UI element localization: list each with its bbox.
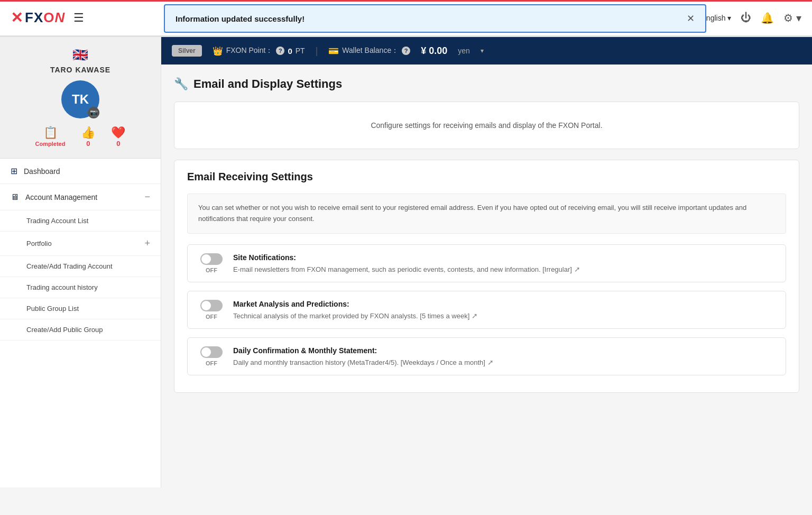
sidebar: 🇬🇧 TARO KAWASE TK 📷 📋 Completed 👍 0 ❤️ 0	[0, 37, 161, 488]
sidebar-item-trading-account-list[interactable]: Trading Account List	[0, 210, 161, 232]
likes-count: 0	[81, 140, 95, 148]
page-header: 🔧 Email and Display Settings	[174, 77, 799, 91]
account-management-icon: 🖥	[11, 192, 19, 202]
completed-label: Completed	[35, 141, 66, 147]
setting-market-analysis-content: Market Analysis and Predictions: Technic…	[233, 300, 775, 320]
settings-icon: 🔧	[174, 77, 188, 91]
description-text: Configure settings for receiving emails …	[187, 113, 786, 138]
setting-daily-confirmation: OFF Daily Confirmation & Monthly Stateme…	[187, 337, 786, 375]
stat-likes: 👍 0	[81, 126, 95, 148]
wallet-currency: ¥ 0.00	[421, 45, 447, 57]
setting-daily-confirmation-content: Daily Confirmation & Monthly Statement: …	[233, 346, 775, 366]
sidebar-item-create-public-group[interactable]: Create/Add Public Group	[0, 319, 161, 341]
avatar-initials: TK	[72, 92, 89, 107]
email-info-box: You can set whether or not you wish to r…	[187, 194, 786, 234]
email-settings-card: Email Receiving Settings You can set whe…	[174, 160, 799, 393]
top-bar-left: ✕ FXON ☰	[11, 9, 84, 26]
toggle-site-notifications-container: OFF	[198, 253, 225, 273]
portfolio-label: Portfolio	[26, 240, 52, 247]
user-name: TARO KAWASE	[11, 66, 150, 74]
profile-stats: 📋 Completed 👍 0 ❤️ 0	[11, 126, 150, 148]
description-body: Configure settings for receiving emails …	[174, 102, 799, 149]
notification-close-button[interactable]: ✕	[687, 13, 695, 24]
info-box-text: You can set whether or not you wish to r…	[198, 204, 746, 223]
power-button[interactable]: ⏻	[741, 12, 751, 24]
description-card: Configure settings for receiving emails …	[174, 102, 799, 149]
logo-on: ON	[43, 10, 65, 25]
top-bar-right: English ▾ ⏻ 🔔 ⚙ ▾	[702, 12, 801, 24]
collapse-icon[interactable]: −	[144, 191, 150, 203]
setting-market-analysis-name: Market Analysis and Predictions:	[233, 300, 775, 308]
chevron-down-icon: ▾	[727, 14, 731, 22]
bell-button[interactable]: 🔔	[761, 12, 774, 24]
fxon-point-item: 👑 FXON Point： ? 0 PT	[213, 46, 305, 56]
external-link-icon-2[interactable]: ➚	[472, 311, 478, 320]
divider: |	[316, 45, 318, 57]
hamburger-button[interactable]: ☰	[73, 11, 84, 25]
status-bar: Silver 👑 FXON Point： ? 0 PT | 💳 Wallet B…	[161, 37, 812, 65]
setting-daily-confirmation-desc: Daily and monthly transaction history (M…	[233, 358, 775, 366]
toggle-daily-confirmation-label: OFF	[206, 360, 217, 366]
top-bar: ✕ FXON ☰ Information updated successfull…	[0, 0, 812, 37]
stat-completed: 📋 Completed	[35, 126, 66, 148]
notification-banner: Information updated successfully! ✕	[164, 4, 706, 33]
fxon-point-unit: PT	[296, 47, 305, 55]
sidebar-nav: ⊞ Dashboard 🖥 Account Management − Tradi…	[0, 159, 161, 341]
notification-text: Information updated successfully!	[176, 14, 304, 23]
toggle-market-analysis-label: OFF	[206, 314, 217, 320]
favorites-count: 0	[111, 140, 125, 148]
toggle-daily-confirmation-container: OFF	[198, 346, 225, 366]
sidebar-item-trading-account-history[interactable]: Trading account history	[0, 277, 161, 298]
fxon-point-help[interactable]: ?	[276, 47, 284, 55]
toggle-site-notifications[interactable]	[200, 253, 223, 265]
sidebar-item-portfolio[interactable]: Portfolio +	[0, 232, 161, 256]
main-content: 🔧 Email and Display Settings Configure s…	[161, 65, 812, 488]
setting-site-notifications: OFF Site Notifications: E-mail newslette…	[187, 244, 786, 282]
wallet-icon: 💳	[328, 46, 339, 56]
sidebar-item-dashboard[interactable]: ⊞ Dashboard	[0, 159, 161, 184]
logo-text: FXON	[25, 10, 65, 26]
logo-x-icon: ✕	[11, 9, 23, 26]
dashboard-label: Dashboard	[24, 167, 150, 176]
sidebar-item-create-trading-account[interactable]: Create/Add Trading Account	[0, 256, 161, 277]
wallet-chevron-icon[interactable]: ▾	[481, 47, 484, 54]
flag-icon: 🇬🇧	[11, 48, 150, 62]
avatar: TK 📷	[61, 80, 99, 118]
likes-icon: 👍	[81, 126, 95, 140]
wallet-balance-item: 💳 Wallet Balance： ?	[328, 46, 410, 56]
dashboard-icon: ⊞	[11, 166, 17, 176]
toggle-market-analysis-container: OFF	[198, 300, 225, 320]
sidebar-item-public-group-list[interactable]: Public Group List	[0, 298, 161, 319]
fxon-point-label: FXON Point：	[226, 46, 273, 56]
page-title: Email and Display Settings	[193, 77, 342, 91]
setting-site-notifications-name: Site Notifications:	[233, 253, 775, 262]
setting-daily-confirmation-name: Daily Confirmation & Monthly Statement:	[233, 346, 775, 355]
crown-icon: 👑	[213, 46, 223, 56]
setting-site-notifications-content: Site Notifications: E-mail newsletters f…	[233, 253, 775, 273]
account-management-label: Account Management	[25, 193, 138, 201]
logo: ✕ FXON	[11, 9, 65, 26]
setting-market-analysis: OFF Market Analysis and Predictions: Tec…	[187, 291, 786, 329]
portfolio-add-icon[interactable]: +	[144, 238, 150, 249]
fxon-point-value: 0	[288, 47, 292, 56]
sidebar-profile: 🇬🇧 TARO KAWASE TK 📷 📋 Completed 👍 0 ❤️ 0	[0, 37, 161, 159]
setting-market-analysis-desc: Technical analysis of the market provide…	[233, 311, 775, 320]
external-link-icon-1[interactable]: ➚	[574, 265, 580, 273]
completed-icon: 📋	[35, 126, 66, 140]
toggle-daily-confirmation[interactable]	[200, 346, 223, 358]
setting-site-notifications-desc: E-mail newsletters from FXON management,…	[233, 265, 775, 273]
wallet-help[interactable]: ?	[402, 47, 410, 55]
silver-badge: Silver	[172, 45, 202, 57]
external-link-icon-3[interactable]: ➚	[487, 358, 494, 366]
wallet-label: Wallet Balance：	[342, 46, 399, 56]
gear-button[interactable]: ⚙ ▾	[783, 12, 801, 24]
avatar-camera-button[interactable]: 📷	[88, 107, 99, 118]
toggle-market-analysis[interactable]	[200, 300, 223, 311]
sidebar-item-account-management[interactable]: 🖥 Account Management −	[0, 184, 161, 210]
email-section-title: Email Receiving Settings	[174, 160, 799, 194]
favorites-icon: ❤️	[111, 126, 125, 140]
stat-favorites: ❤️ 0	[111, 126, 125, 148]
main-layout: 🇬🇧 TARO KAWASE TK 📷 📋 Completed 👍 0 ❤️ 0	[0, 37, 812, 488]
toggle-site-notifications-label: OFF	[206, 267, 217, 273]
right-panel: Silver 👑 FXON Point： ? 0 PT | 💳 Wallet B…	[161, 37, 812, 488]
